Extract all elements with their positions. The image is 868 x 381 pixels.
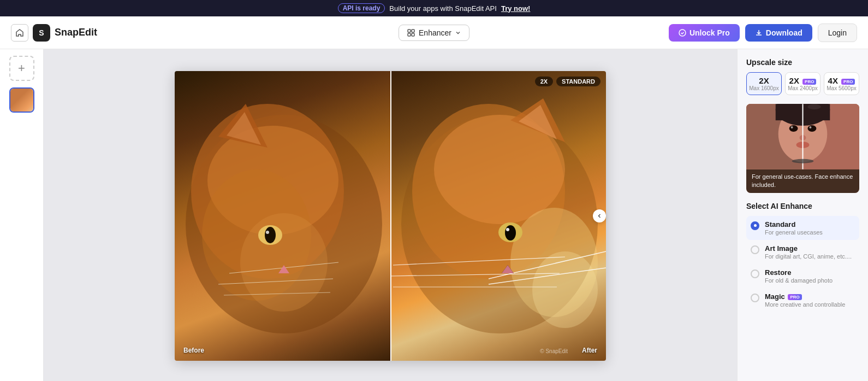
unlock-pro-button[interactable]: Unlock Pro (669, 24, 740, 42)
announcement-text: Build your apps with SnapEdit API (389, 4, 497, 13)
ai-option-standard-name: Standard (765, 220, 823, 228)
api-badge: API is ready (338, 3, 385, 13)
ai-option-standard-text: Standard For general usecases (765, 220, 823, 236)
ai-enhance-section: Select AI Enhance Standard For general u… (746, 202, 859, 312)
svg-point-43 (789, 125, 798, 132)
ai-option-magic-desc: More creative and controllable (765, 301, 845, 308)
ai-option-restore-desc: For old & damaged photo (765, 277, 833, 284)
ai-option-magic-text: Magic PRO More creative and controllable (765, 292, 845, 308)
header: S SnapEdit Enhancer Unlock Pro Download … (0, 16, 868, 49)
preview-image (746, 104, 859, 169)
ai-option-restore-name: Restore (765, 268, 833, 277)
upscale-2x-pro-sub: Max 2400px (788, 85, 818, 91)
ai-option-art[interactable]: Art Image For digital art, CGI, anime, e… (746, 240, 859, 264)
before-label: Before (183, 347, 204, 354)
after-label: After (582, 347, 597, 354)
svg-point-16 (265, 227, 276, 243)
svg-point-11 (240, 213, 328, 312)
enhancer-label: Enhancer (419, 28, 451, 37)
add-image-button[interactable]: + (9, 56, 34, 81)
ai-option-restore[interactable]: Restore For old & damaged photo (746, 264, 859, 288)
ai-option-art-desc: For digital art, CGI, anime, etc.... (765, 253, 852, 260)
upscale-4x-pro[interactable]: 4X PRO Max 5600px (824, 72, 859, 95)
ai-enhance-title: Select AI Enhance (746, 202, 859, 210)
header-center: Enhancer (399, 25, 469, 41)
svg-point-44 (791, 126, 793, 128)
upscale-2x-main: 2X (749, 76, 779, 85)
download-label: Download (766, 28, 802, 37)
ai-option-standard-desc: For general usecases (765, 229, 823, 236)
image-compare-viewer[interactable]: 2X STANDARD Before © SnapEdit After (175, 71, 606, 361)
svg-point-25 (532, 251, 598, 328)
svg-point-50 (792, 159, 814, 163)
app-name: SnapEdit (55, 27, 97, 38)
login-button[interactable]: Login (818, 24, 857, 42)
svg-point-4 (679, 30, 686, 36)
radio-restore (751, 269, 759, 278)
upscale-2x-pro-main: 2X PRO (788, 76, 818, 85)
compare-badge: 2X STANDARD (535, 77, 601, 86)
radio-art (751, 245, 759, 254)
preview-container: For general use-cases. Face enhance incl… (746, 104, 859, 193)
svg-rect-2 (408, 33, 411, 36)
radio-standard (751, 221, 759, 230)
upscale-section: Upscale size 2X Max 1600px 2X PRO Max 24… (746, 58, 859, 95)
preview-caption: For general use-cases. Face enhance incl… (746, 169, 859, 193)
ai-option-art-name: Art Image (765, 244, 852, 253)
ai-option-standard[interactable]: Standard For general usecases (746, 216, 859, 240)
svg-point-32 (505, 225, 516, 241)
header-right: Unlock Pro Download Login (669, 24, 857, 42)
try-now-link[interactable]: Try now! (501, 4, 530, 13)
upscale-2x-pro[interactable]: 2X PRO Max 2400px (785, 72, 821, 95)
svg-point-42 (807, 104, 821, 109)
svg-point-33 (506, 228, 509, 231)
logo-area: S SnapEdit (33, 24, 97, 42)
unlock-pro-label: Unlock Pro (689, 28, 730, 37)
upscale-options: 2X Max 1600px 2X PRO Max 2400px 4X PRO M… (746, 72, 859, 95)
announcement-bar: API is ready Build your apps with SnapEd… (0, 0, 868, 16)
watermark: © SnapEdit (540, 348, 568, 354)
svg-point-46 (809, 126, 811, 128)
svg-rect-3 (412, 33, 414, 36)
scale-badge: 2X (535, 77, 553, 86)
right-panel: Upscale size 2X Max 1600px 2X PRO Max 24… (737, 49, 868, 381)
logo-icon: S (33, 24, 50, 42)
download-button[interactable]: Download (745, 24, 812, 42)
left-sidebar: + (0, 49, 44, 381)
canvas-area: 2X STANDARD Before © SnapEdit After (44, 49, 737, 381)
ai-option-art-text: Art Image For digital art, CGI, anime, e… (765, 244, 852, 260)
mode-badge: STANDARD (556, 77, 601, 86)
svg-rect-0 (408, 30, 411, 32)
upscale-2x[interactable]: 2X Max 1600px (746, 72, 782, 95)
after-image (390, 71, 606, 361)
home-button[interactable] (11, 24, 28, 42)
upscale-title: Upscale size (746, 58, 859, 67)
upscale-4x-pro-main: 4X PRO (827, 76, 857, 85)
before-image (175, 71, 390, 361)
main-layout: + (0, 49, 868, 381)
svg-point-17 (266, 231, 269, 234)
ai-option-magic[interactable]: Magic PRO More creative and controllable (746, 288, 859, 312)
ai-option-restore-text: Restore For old & damaged photo (765, 268, 833, 284)
enhancer-dropdown[interactable]: Enhancer (399, 25, 469, 41)
svg-point-45 (807, 125, 816, 132)
svg-rect-1 (412, 30, 414, 32)
compare-divider (390, 71, 391, 361)
image-thumbnail[interactable] (9, 87, 34, 113)
upscale-4x-pro-sub: Max 5600px (827, 85, 857, 91)
ai-option-magic-name: Magic PRO (765, 292, 845, 301)
radio-magic (751, 294, 759, 302)
panel-toggle-arrow[interactable] (593, 209, 606, 222)
upscale-2x-sub: Max 1600px (749, 85, 779, 91)
